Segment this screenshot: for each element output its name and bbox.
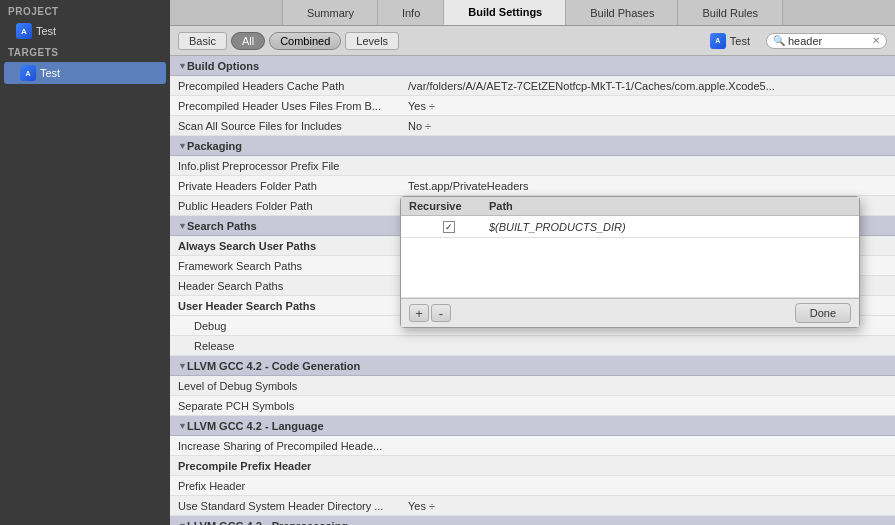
section-header: Build Options <box>170 56 895 76</box>
main-area: Summary Info Build Settings Build Phases… <box>170 0 895 525</box>
settings-row: Prefix Header <box>170 476 895 496</box>
tab-info[interactable]: Info <box>377 0 445 25</box>
popup-col-path-label: Path <box>489 200 851 212</box>
settings-key: Public Headers Folder Path <box>178 200 408 212</box>
settings-row: Release <box>170 336 895 356</box>
filter-combined-button[interactable]: Combined <box>269 32 341 50</box>
settings-key: Always Search User Paths <box>178 240 408 252</box>
tab-build-phases[interactable]: Build Phases <box>565 0 679 25</box>
target-display-icon: A <box>710 33 726 49</box>
sidebar-target-item[interactable]: A Test <box>4 62 166 84</box>
section-header: Packaging <box>170 136 895 156</box>
sidebar: PROJECT A Test TARGETS A Test <box>0 0 170 525</box>
project-icon: A <box>16 23 32 39</box>
settings-row: Precompiled Headers Cache Path/var/folde… <box>170 76 895 96</box>
settings-table: Build OptionsPrecompiled Headers Cache P… <box>170 56 895 525</box>
settings-key: Separate PCH Symbols <box>178 400 408 412</box>
target-display-name: Test <box>730 35 750 47</box>
tab-build-rules[interactable]: Build Rules <box>677 0 783 25</box>
filter-levels-button[interactable]: Levels <box>345 32 399 50</box>
filter-basic-button[interactable]: Basic <box>178 32 227 50</box>
filter-all-button[interactable]: All <box>231 32 265 50</box>
target-name: Test <box>40 67 60 79</box>
top-tabs: Summary Info Build Settings Build Phases… <box>170 0 895 26</box>
settings-key: Scan All Source Files for Includes <box>178 120 408 132</box>
settings-value: Test.app/PrivateHeaders <box>408 180 887 192</box>
filter-bar: Basic All Combined Levels A Test 🔍 ✕ <box>170 26 895 56</box>
section-header: LLVM GCC 4.2 - Code Generation <box>170 356 895 376</box>
popup-empty-area <box>401 238 859 298</box>
settings-row: Info.plist Preprocessor Prefix File <box>170 156 895 176</box>
settings-row: Level of Debug Symbols <box>170 376 895 396</box>
settings-value: /var/folders/A/A/AETz-7CEtZENotfcp-MkT-T… <box>408 80 887 92</box>
target-display-label: A Test <box>710 33 750 49</box>
popup-checkbox-cell <box>409 221 489 233</box>
target-icon: A <box>20 65 36 81</box>
targets-section-label: TARGETS <box>0 41 170 62</box>
section-header: LLVM GCC 4.2 - Language <box>170 416 895 436</box>
settings-row: Precompiled Header Uses Files From B...Y… <box>170 96 895 116</box>
tab-summary[interactable]: Summary <box>282 0 379 25</box>
sidebar-project-item[interactable]: A Test <box>0 21 170 41</box>
settings-row: Scan All Source Files for IncludesNo ÷ <box>170 116 895 136</box>
settings-key: User Header Search Paths <box>178 300 408 312</box>
project-section-label: PROJECT <box>0 0 170 21</box>
settings-value: Yes ÷ <box>408 500 887 512</box>
settings-key: Info.plist Preprocessor Prefix File <box>178 160 408 172</box>
user-header-search-paths-popup: RecursivePath$(BUILT_PRODUCTS_DIR)+-Done <box>400 196 860 328</box>
section-header: LLVM GCC 4.2 - Preprocessing <box>170 516 895 525</box>
popup-row[interactable]: $(BUILT_PRODUCTS_DIR) <box>401 216 859 238</box>
popup-checkbox[interactable] <box>443 221 455 233</box>
settings-key: Precompiled Headers Cache Path <box>178 80 408 92</box>
search-box: 🔍 ✕ <box>766 33 887 49</box>
settings-row: Use Standard System Header Directory ...… <box>170 496 895 516</box>
popup-footer: +-Done <box>401 298 859 327</box>
settings-key: Prefix Header <box>178 480 408 492</box>
search-clear-icon[interactable]: ✕ <box>872 35 880 46</box>
popup-path-value: $(BUILT_PRODUCTS_DIR) <box>489 221 851 233</box>
settings-row: Separate PCH Symbols <box>170 396 895 416</box>
settings-key: Use Standard System Header Directory ... <box>178 500 408 512</box>
popup-header: RecursivePath <box>401 197 859 216</box>
tab-build-settings[interactable]: Build Settings <box>443 0 567 25</box>
settings-value: No ÷ <box>408 120 887 132</box>
settings-key: Release <box>178 340 408 352</box>
settings-key: Precompile Prefix Header <box>178 460 408 472</box>
project-name: Test <box>36 25 56 37</box>
settings-key: Precompiled Header Uses Files From B... <box>178 100 408 112</box>
search-input[interactable] <box>788 35 868 47</box>
settings-key: Framework Search Paths <box>178 260 408 272</box>
settings-row: Precompile Prefix Header <box>170 456 895 476</box>
settings-key: Private Headers Folder Path <box>178 180 408 192</box>
popup-remove-button[interactable]: - <box>431 304 451 322</box>
settings-value: Yes ÷ <box>408 100 887 112</box>
popup-done-button[interactable]: Done <box>795 303 851 323</box>
settings-row: Increase Sharing of Precompiled Heade... <box>170 436 895 456</box>
popup-add-button[interactable]: + <box>409 304 429 322</box>
popup-add-remove-buttons: +- <box>409 304 451 322</box>
settings-key: Level of Debug Symbols <box>178 380 408 392</box>
settings-key: Header Search Paths <box>178 280 408 292</box>
settings-key: Increase Sharing of Precompiled Heade... <box>178 440 408 452</box>
settings-key: Debug <box>178 320 408 332</box>
search-icon: 🔍 <box>773 35 785 46</box>
settings-row: Private Headers Folder PathTest.app/Priv… <box>170 176 895 196</box>
popup-col-recursive-label: Recursive <box>409 200 489 212</box>
